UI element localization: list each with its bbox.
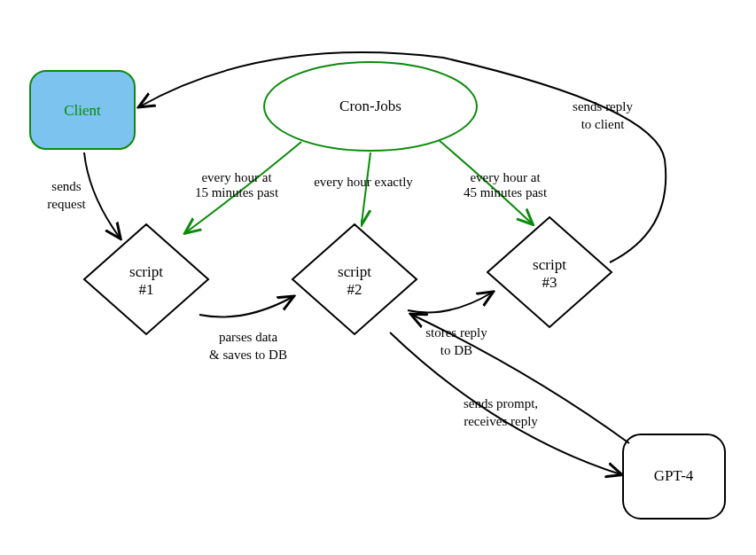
script3-label-1: script [533,256,566,273]
cron-label: Cron-Jobs [339,98,401,114]
edge-cron3-1: every hour at [470,170,541,184]
edge-cron1-1: every hour at [201,170,272,184]
edge-parses-2: & saves to DB [209,348,287,362]
edge-stores-2: to DB [440,343,472,357]
script1-label-1: script [129,263,163,280]
arrow-script3-client [140,52,666,262]
edge-cron3-2: 45 minutes past [464,185,548,199]
arrow-script1-script2 [199,297,292,317]
edge-prompt-2: receives reply [464,414,538,428]
client-label: Client [64,102,101,119]
script3-label-2: #3 [542,274,557,291]
edge-prompt-1: sends prompt, [464,396,538,410]
edge-parses-1: parses data [219,330,278,344]
diagram-canvas: Client Cron-Jobs script #1 script #2 scr… [0,0,756,555]
edge-sends-reply-1: sends reply [573,99,633,113]
gpt4-label: GPT-4 [654,467,694,484]
script2-label-2: #2 [347,281,362,298]
script2-label-1: script [338,263,371,280]
edge-cron1-2: 15 minutes past [195,185,279,199]
arrow-client-script1 [84,152,120,238]
edge-sends-reply-2: to client [581,117,626,131]
edge-sends-request-1: sends [51,179,81,193]
arrow-script2-script3 [408,293,492,313]
script1-label-2: #1 [139,281,154,298]
edge-cron2: every hour exactly [314,175,413,189]
edge-sends-request-2: request [47,197,86,211]
